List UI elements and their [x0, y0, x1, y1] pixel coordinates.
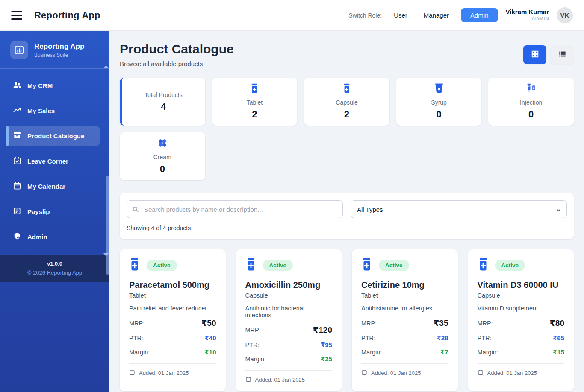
user-role: ADMIN	[506, 16, 549, 22]
sidebar-item-payslip[interactable]: Payslip	[7, 202, 100, 222]
margin-label: Margin:	[478, 349, 498, 356]
sidebar-item-my-crm[interactable]: My CRM	[7, 76, 100, 96]
ptr-value: ₹95	[321, 341, 332, 349]
ptr-label: PTR:	[361, 335, 375, 342]
archive-box-icon	[13, 131, 21, 141]
product-card[interactable]: Active Vitamin D3 60000 IU Capsule Vitam…	[468, 249, 574, 391]
stat-value: 2	[252, 109, 257, 120]
ptr-value: ₹28	[437, 334, 448, 342]
sidebar-item-my-calendar[interactable]: My Calendar	[7, 176, 100, 196]
filter-panel: All Types Showing 4 of 4 products	[120, 193, 574, 239]
sidebar-nav: My CRM My Sales Product Catalogue Leave …	[0, 69, 109, 255]
hamburger-menu-icon[interactable]	[11, 11, 22, 20]
mrp-label: MRP:	[245, 327, 261, 333]
status-badge: Active	[379, 260, 409, 271]
role-admin-button[interactable]: Admin	[461, 8, 498, 22]
list-view-button[interactable]	[551, 45, 574, 64]
ptr-value: ₹65	[553, 334, 564, 342]
users-icon	[13, 81, 21, 91]
stat-label: Injection	[520, 99, 542, 106]
product-name: Cetirizine 10mg	[361, 280, 448, 290]
calendar-icon	[129, 369, 135, 377]
role-user-button[interactable]: User	[389, 9, 412, 21]
search-input[interactable]	[127, 200, 343, 218]
margin-value: ₹15	[553, 348, 564, 356]
scroll-up-arrow-icon[interactable]	[103, 65, 109, 68]
list-icon	[558, 50, 566, 59]
pill-bottle-icon	[361, 258, 372, 272]
stat-label: Total Products	[145, 91, 183, 98]
status-badge: Active	[263, 260, 293, 271]
trending-up-icon	[13, 106, 21, 116]
mrp-value: ₹35	[434, 318, 448, 328]
role-manager-button[interactable]: Manager	[419, 9, 453, 21]
stat-card-cream[interactable]: Cream 0	[120, 132, 205, 180]
sidebar-brand-title: Reporting App	[34, 42, 84, 51]
calendar-icon	[478, 369, 484, 377]
type-filter-select[interactable]: All Types	[351, 200, 567, 218]
product-name: Vitamin D3 60000 IU	[478, 280, 565, 290]
stat-card-injection[interactable]: Injection 0	[488, 78, 574, 126]
receipt-icon	[13, 207, 21, 216]
ptr-label: PTR:	[478, 335, 492, 342]
stat-card-total-products[interactable]: Total Products 4	[120, 78, 205, 126]
margin-value: ₹7	[440, 348, 448, 356]
avatar[interactable]: VK	[557, 7, 573, 23]
stat-value: 0	[436, 109, 441, 120]
product-description: Antibiotic for bacterial infections	[245, 305, 333, 319]
product-card[interactable]: Active Amoxicillin 250mg Capsule Antibio…	[236, 249, 342, 391]
stat-card-tablet[interactable]: Tablet 2	[212, 78, 298, 126]
sidebar-item-leave-corner[interactable]: Leave Corner	[7, 151, 100, 171]
status-badge: Active	[147, 260, 177, 271]
added-date: Added: 01 Jan 2025	[371, 370, 421, 376]
calendar-icon	[13, 181, 21, 191]
margin-value: ₹25	[321, 355, 332, 363]
switch-role-label: Switch Role:	[348, 12, 382, 19]
sidebar-item-admin[interactable]: Admin	[7, 227, 100, 247]
page-title: Product Catalogue	[120, 42, 234, 56]
main-content: Product Catalogue Browse all available p…	[109, 31, 584, 392]
grid-icon	[531, 50, 539, 59]
product-type: Capsule	[245, 292, 333, 299]
admin-shield-icon	[13, 232, 21, 242]
sidebar-item-label: My Calendar	[27, 183, 65, 190]
sidebar-footer: v1.0.0 © 2026 Reporting App	[0, 255, 109, 282]
sidebar-item-product-catalogue[interactable]: Product Catalogue	[7, 126, 100, 146]
mrp-value: ₹80	[550, 318, 564, 328]
app-version: v1.0.0	[4, 260, 105, 267]
mrp-label: MRP:	[129, 320, 145, 327]
mrp-label: MRP:	[478, 320, 493, 327]
product-description: Vitamin D supplement	[478, 305, 565, 312]
sidebar-item-label: Payslip	[27, 208, 50, 215]
stat-value: 0	[528, 109, 534, 120]
product-card[interactable]: Active Cetirizine 10mg Tablet Antihistam…	[352, 249, 458, 391]
grid-view-button[interactable]	[523, 45, 546, 64]
product-card[interactable]: Active Paracetamol 500mg Tablet Pain rel…	[120, 249, 226, 391]
added-date: Added: 01 Jan 2025	[139, 370, 189, 376]
stat-label: Tablet	[247, 99, 263, 106]
status-badge: Active	[495, 260, 525, 271]
stat-card-syrup[interactable]: Syrup 0	[396, 78, 482, 126]
sidebar-item-my-sales[interactable]: My Sales	[7, 101, 100, 121]
stat-label: Syrup	[431, 99, 447, 106]
stat-value: 4	[161, 101, 166, 112]
sidebar-item-label: Admin	[27, 233, 47, 240]
top-header: Reporting App Switch Role: User Manager …	[0, 0, 584, 31]
pill-bottle-icon	[250, 83, 259, 95]
margin-label: Margin:	[245, 356, 266, 363]
pill-bottle-icon	[478, 258, 489, 272]
sidebar-brand: Reporting App Business Suite	[0, 31, 109, 69]
sidebar-scrollbar[interactable]	[106, 176, 109, 275]
margin-label: Margin:	[361, 349, 382, 356]
bandage-icon	[157, 138, 168, 150]
product-type: Capsule	[478, 292, 565, 299]
pill-bottle-icon	[129, 258, 140, 272]
sidebar-brand-subtitle: Business Suite	[34, 52, 84, 58]
added-date: Added: 01 Jan 2025	[255, 377, 305, 383]
stat-label: Cream	[153, 154, 171, 161]
sidebar-item-label: My CRM	[27, 82, 53, 89]
app-title: Reporting App	[34, 10, 100, 21]
added-date: Added: 01 Jan 2025	[487, 370, 537, 376]
stat-card-capsule[interactable]: Capsule 2	[304, 78, 389, 126]
mrp-value: ₹50	[201, 318, 216, 328]
